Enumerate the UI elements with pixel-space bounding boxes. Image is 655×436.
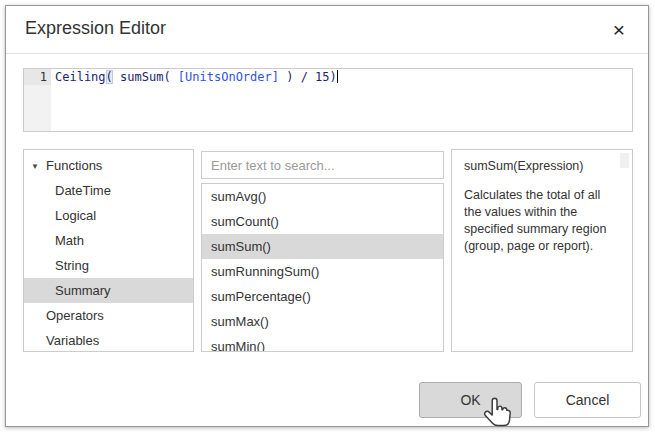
- description-panel: sumSum(Expression) Calculates the total …: [451, 149, 633, 352]
- code-token-tail: ) / 15): [279, 70, 337, 84]
- line-number: 1: [24, 69, 51, 85]
- list-item[interactable]: sumMin(): [202, 334, 443, 352]
- list-item[interactable]: sumMax(): [202, 309, 443, 334]
- expression-editor-dialog: Expression Editor × 1 Ceiling( sumSum( […: [5, 5, 649, 427]
- tree-item-functions[interactable]: ▼Functions: [24, 153, 193, 178]
- close-icon[interactable]: ×: [606, 16, 632, 44]
- scrollbar-thumb[interactable]: [620, 153, 629, 168]
- ok-button[interactable]: OK: [419, 382, 522, 418]
- tree-item-logical[interactable]: Logical: [24, 203, 193, 228]
- tree-item-operators[interactable]: Operators: [24, 303, 193, 328]
- function-list-panel: sumAvg() sumCount() sumSum() sumRunningS…: [201, 183, 444, 352]
- tree-item-label: Math: [55, 233, 84, 248]
- code-token-function: Ceiling: [55, 70, 106, 84]
- tree-item-label: Functions: [46, 158, 102, 173]
- tree-item-label: DateTime: [55, 183, 111, 198]
- line-number-gutter: 1: [24, 69, 51, 131]
- category-tree-panel: ▼Functions DateTime Logical Math String …: [23, 149, 194, 352]
- tree-item-label: Operators: [46, 308, 104, 323]
- list-item[interactable]: sumRunningSum(): [202, 259, 443, 284]
- tree-item-label: Summary: [55, 283, 111, 298]
- tree-item-summary[interactable]: Summary: [24, 278, 193, 303]
- list-item[interactable]: sumAvg(): [202, 184, 443, 209]
- tree-item-label: Logical: [55, 208, 96, 223]
- list-item[interactable]: sumPercentage(): [202, 284, 443, 309]
- code-line[interactable]: Ceiling( sumSum( [UnitsOnOrder] ) / 15): [51, 69, 632, 131]
- tree-item-label: String: [55, 258, 89, 273]
- code-token-field: [UnitsOnOrder]: [178, 70, 279, 84]
- dialog-title: Expression Editor: [25, 18, 166, 39]
- code-token-matched-paren: (: [106, 70, 113, 84]
- code-token-mid: sumSum(: [113, 70, 178, 84]
- dialog-header: Expression Editor ×: [6, 6, 648, 54]
- list-item[interactable]: sumCount(): [202, 209, 443, 234]
- text-caret: [337, 70, 338, 83]
- search-input[interactable]: [201, 151, 444, 179]
- tree-item-math[interactable]: Math: [24, 228, 193, 253]
- list-item-selected[interactable]: sumSum(): [202, 234, 443, 259]
- cancel-button[interactable]: Cancel: [534, 382, 641, 418]
- chevron-down-icon[interactable]: ▼: [31, 154, 42, 179]
- function-signature: sumSum(Expression): [464, 159, 620, 173]
- tree-item-datetime[interactable]: DateTime: [24, 178, 193, 203]
- tree-item-variables[interactable]: Variables: [24, 328, 193, 352]
- function-description: Calculates the total of all the values w…: [464, 187, 620, 255]
- tree-item-string[interactable]: String: [24, 253, 193, 278]
- expression-code-editor[interactable]: 1 Ceiling( sumSum( [UnitsOnOrder] ) / 15…: [23, 68, 633, 132]
- tree-item-label: Variables: [46, 333, 99, 348]
